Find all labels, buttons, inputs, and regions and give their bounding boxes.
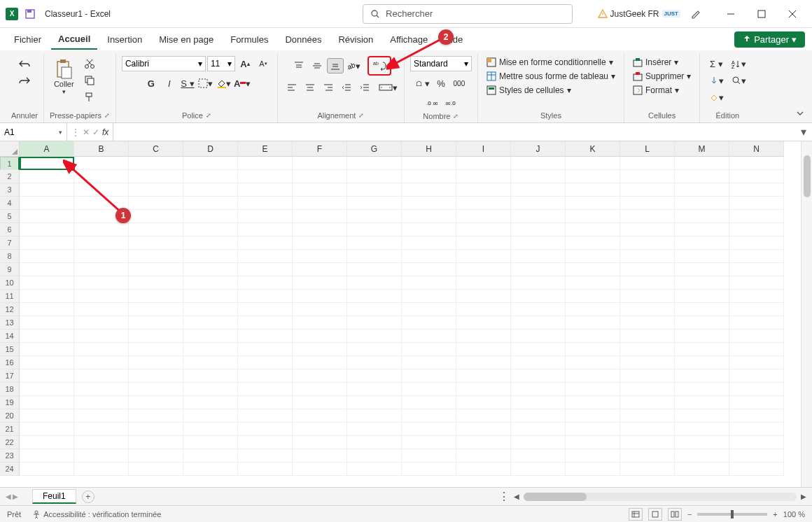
cell[interactable] — [729, 157, 784, 170]
cell[interactable] — [729, 369, 784, 383]
page-break-view-button[interactable] — [668, 508, 682, 521]
bold-button[interactable]: G — [143, 76, 160, 91]
borders-button[interactable]: ▾ — [197, 76, 214, 91]
column-header[interactable]: I — [456, 141, 511, 157]
cell[interactable] — [729, 330, 784, 343]
cell[interactable] — [566, 250, 620, 263]
cell[interactable] — [511, 409, 566, 423]
cell[interactable] — [620, 303, 675, 316]
cell[interactable] — [129, 210, 183, 223]
cell[interactable] — [456, 250, 511, 263]
cell[interactable] — [620, 276, 675, 290]
cell[interactable] — [620, 290, 675, 303]
cell[interactable] — [511, 303, 566, 316]
cell[interactable] — [20, 197, 74, 210]
cell[interactable] — [620, 369, 675, 383]
cell[interactable] — [402, 157, 456, 170]
cell[interactable] — [129, 250, 183, 263]
page-layout-view-button[interactable] — [648, 508, 662, 521]
row-header[interactable]: 1 — [0, 157, 20, 170]
cell[interactable] — [347, 396, 402, 409]
column-header[interactable]: B — [74, 141, 129, 157]
cell[interactable] — [511, 290, 566, 303]
cell[interactable] — [511, 463, 566, 476]
cell[interactable] — [456, 409, 511, 423]
cell[interactable] — [566, 223, 620, 237]
cell[interactable] — [74, 170, 129, 183]
cell[interactable] — [402, 210, 456, 223]
cell[interactable] — [620, 263, 675, 276]
column-header[interactable]: E — [238, 141, 293, 157]
cell[interactable] — [20, 369, 74, 383]
undo-button[interactable] — [16, 56, 33, 71]
cell[interactable] — [456, 343, 511, 356]
cell[interactable] — [347, 210, 402, 223]
cell[interactable] — [729, 183, 784, 197]
cell[interactable] — [566, 343, 620, 356]
cell[interactable] — [675, 237, 729, 250]
cell[interactable] — [238, 290, 293, 303]
cell[interactable] — [183, 303, 238, 316]
cell[interactable] — [293, 263, 347, 276]
cell[interactable] — [456, 157, 511, 170]
cell[interactable] — [402, 170, 456, 183]
cell[interactable] — [129, 237, 183, 250]
row-header[interactable]: 4 — [0, 197, 20, 210]
cell[interactable] — [729, 263, 784, 276]
cell[interactable] — [511, 237, 566, 250]
horizontal-scrollbar[interactable] — [524, 493, 797, 501]
cell[interactable] — [129, 383, 183, 396]
cell[interactable] — [402, 436, 456, 449]
cell[interactable] — [347, 383, 402, 396]
sheet-tab-feuil1[interactable]: Feuil1 — [32, 489, 76, 504]
cell[interactable] — [511, 250, 566, 263]
cell[interactable] — [74, 316, 129, 330]
cell[interactable] — [566, 183, 620, 197]
cell[interactable] — [347, 409, 402, 423]
cell[interactable] — [456, 463, 511, 476]
cell[interactable] — [293, 369, 347, 383]
cells-area[interactable] — [20, 157, 801, 487]
cell[interactable] — [238, 369, 293, 383]
cell[interactable] — [74, 369, 129, 383]
tab-revision[interactable]: Révision — [331, 30, 380, 49]
cell[interactable] — [183, 183, 238, 197]
cell[interactable] — [347, 197, 402, 210]
cell[interactable] — [566, 423, 620, 436]
cell[interactable] — [620, 343, 675, 356]
clear-button[interactable]: ▾ — [706, 90, 727, 105]
row-header[interactable]: 6 — [0, 223, 20, 237]
cell[interactable] — [675, 170, 729, 183]
cell[interactable] — [238, 343, 293, 356]
tab-formules[interactable]: Formules — [223, 30, 275, 49]
cell[interactable] — [729, 396, 784, 409]
cell[interactable] — [238, 303, 293, 316]
tab-donnees[interactable]: Données — [278, 30, 328, 49]
cell[interactable] — [20, 356, 74, 369]
cell[interactable] — [347, 303, 402, 316]
cell[interactable] — [183, 263, 238, 276]
cell[interactable] — [566, 463, 620, 476]
cell[interactable] — [347, 263, 402, 276]
column-header[interactable]: C — [129, 141, 183, 157]
user-account[interactable]: JustGeek FR JUST — [598, 9, 680, 19]
fill-button[interactable]: ▾ — [706, 73, 727, 88]
cell[interactable] — [183, 330, 238, 343]
increase-decimal-button[interactable]: .0.00 — [424, 95, 440, 111]
row-header[interactable]: 11 — [0, 290, 20, 303]
cell[interactable] — [183, 170, 238, 183]
cell[interactable] — [729, 237, 784, 250]
cell[interactable] — [74, 423, 129, 436]
cell[interactable] — [511, 183, 566, 197]
cell[interactable] — [729, 303, 784, 316]
cell[interactable] — [729, 449, 784, 463]
cell[interactable] — [293, 303, 347, 316]
cell[interactable] — [675, 343, 729, 356]
cell[interactable] — [456, 449, 511, 463]
paste-button[interactable]: Coller ▾ — [50, 56, 78, 98]
cell[interactable] — [402, 423, 456, 436]
cell[interactable] — [347, 290, 402, 303]
cell[interactable] — [20, 223, 74, 237]
enter-formula-icon[interactable]: ✓ — [92, 127, 99, 137]
italic-button[interactable]: I — [161, 76, 178, 91]
